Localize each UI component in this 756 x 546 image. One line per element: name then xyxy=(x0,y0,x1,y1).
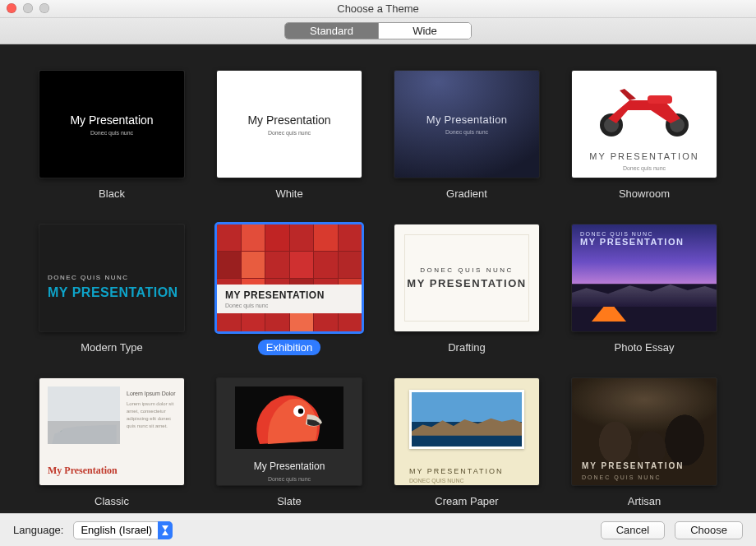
theme-label: Cream Paper xyxy=(426,493,506,509)
thumb-subtitle: DONEC QUIS NUNC xyxy=(420,266,514,274)
thumb-subtitle: Donec quis nunc xyxy=(225,303,353,308)
thumb-title: MY PRESENTATION xyxy=(409,467,504,475)
theme-cream-paper[interactable]: MY PRESENTATION DONEC QUIS NUNC Cream Pa… xyxy=(394,378,539,509)
theme-black[interactable]: My Presentation Donec quis nunc Black xyxy=(39,71,184,201)
svg-point-7 xyxy=(298,409,303,414)
bridge-icon xyxy=(48,386,120,444)
theme-photo-essay[interactable]: DONEC QUIS NUNC MY PRESENTATION Photo Es… xyxy=(572,224,717,355)
tab-standard[interactable]: Standard xyxy=(285,23,378,39)
close-icon[interactable] xyxy=(7,3,16,13)
theme-exhibition[interactable]: MY PRESENTATION Donec quis nunc Exhibiti… xyxy=(217,224,362,355)
theme-thumb: MY PRESENTATION DONEC QUIS NUNC xyxy=(572,378,717,485)
minimize-icon xyxy=(23,3,33,13)
landscape-icon xyxy=(409,390,524,449)
theme-label: Photo Essay xyxy=(606,340,683,355)
theme-artisan[interactable]: MY PRESENTATION DONEC QUIS NUNC Artisan xyxy=(572,378,717,509)
parrot-icon xyxy=(235,386,343,449)
thumb-subtitle: Donec quis nunc xyxy=(90,130,133,136)
theme-thumb: My Presentation Donec quis nunc xyxy=(394,71,539,178)
thumb-subtitle: DONEC QUIS NUNC xyxy=(409,478,464,484)
theme-thumb: My Presentation Donec quis nunc xyxy=(217,71,362,178)
thumb-title: MY PRESENTATION xyxy=(580,237,684,247)
window-title: Choose a Theme xyxy=(0,2,756,15)
theme-label: Classic xyxy=(86,493,137,509)
theme-white[interactable]: My Presentation Donec quis nunc White xyxy=(217,71,362,201)
thumb-subtitle: Donec quis nunc xyxy=(268,130,311,136)
theme-grid-scroll[interactable]: My Presentation Donec quis nunc Black My… xyxy=(0,44,756,513)
theme-thumb: DONEC QUIS NUNC MY PRESENTATION xyxy=(394,224,539,331)
theme-grid: My Presentation Donec quis nunc Black My… xyxy=(28,71,728,509)
thumb-title: My Presentation xyxy=(217,460,362,472)
cancel-button[interactable]: Cancel xyxy=(601,521,665,539)
window-traffic-lights xyxy=(7,3,49,13)
thumb-title: My Presentation xyxy=(70,113,153,127)
thumb-title: MY PRESENTATION xyxy=(407,277,526,289)
thumb-body-text: Lorem Ipsum Dolor Lorem ipsum dolor sit … xyxy=(127,390,176,430)
language-select-wrap: English (Israel) xyxy=(73,521,173,539)
language-select[interactable]: English (Israel) xyxy=(73,521,173,539)
theme-thumb: Lorem Ipsum Dolor Lorem ipsum dolor sit … xyxy=(39,378,184,485)
thumb-title: My Presentation xyxy=(426,113,507,126)
thumb-title: MY PRESENTATION xyxy=(582,461,684,470)
theme-label: Drafting xyxy=(440,340,494,355)
theme-showroom[interactable]: MY PRESENTATION Donec quis nunc Showroom xyxy=(572,71,717,201)
theme-modern-type[interactable]: DONEC QUIS NUNC MY PRESENTATION Modern T… xyxy=(39,224,184,355)
thumb-title: MY PRESENTATION xyxy=(572,151,717,161)
thumb-subtitle: DONEC QUIS NUNC xyxy=(580,231,684,237)
thumb-subtitle: Donec quis nunc xyxy=(445,129,488,135)
theme-label: Exhibition xyxy=(258,340,320,355)
tiles-icon xyxy=(217,224,362,331)
aspect-segmented-control: Standard Wide xyxy=(284,22,472,39)
theme-label: Artisan xyxy=(620,493,669,509)
theme-thumb: MY PRESENTATION DONEC QUIS NUNC xyxy=(394,378,539,485)
thumb-title: MY PRESENTATION xyxy=(48,285,178,300)
thumb-subtitle: Donec quis nunc xyxy=(572,165,717,171)
theme-label: Gradient xyxy=(438,186,496,201)
theme-thumb: My Presentation Donec quis nunc xyxy=(217,378,362,485)
thumb-subtitle: DONEC QUIS NUNC xyxy=(582,474,662,480)
theme-label: Modern Type xyxy=(72,340,151,355)
theme-thumb: MY PRESENTATION Donec quis nunc xyxy=(572,71,717,178)
theme-label: Showroom xyxy=(611,186,678,201)
theme-gradient[interactable]: My Presentation Donec quis nunc Gradient xyxy=(394,71,539,201)
choose-button[interactable]: Choose xyxy=(675,521,743,539)
theme-thumb: My Presentation Donec quis nunc xyxy=(39,71,184,178)
toolbar: Standard Wide xyxy=(0,18,756,44)
theme-thumb: MY PRESENTATION Donec quis nunc xyxy=(217,224,362,331)
theme-label: Black xyxy=(90,186,133,201)
tab-wide[interactable]: Wide xyxy=(378,23,471,39)
theme-label: White xyxy=(267,186,311,201)
theme-thumb: DONEC QUIS NUNC MY PRESENTATION xyxy=(39,224,184,331)
title-bar: Choose a Theme xyxy=(0,0,756,18)
theme-slate[interactable]: My Presentation Donec quis nunc Slate xyxy=(217,378,362,509)
theme-label: Slate xyxy=(269,493,310,509)
motorcycle-icon xyxy=(572,76,717,141)
language-label: Language: xyxy=(13,524,63,536)
theme-thumb: DONEC QUIS NUNC MY PRESENTATION xyxy=(572,224,717,331)
theme-drafting[interactable]: DONEC QUIS NUNC MY PRESENTATION Drafting xyxy=(394,224,539,355)
svg-rect-4 xyxy=(648,95,672,104)
thumb-subtitle: Donec quis nunc xyxy=(217,476,362,482)
tent-icon xyxy=(592,300,626,322)
thumb-title: MY PRESENTATION xyxy=(225,289,353,301)
thumb-subtitle: DONEC QUIS NUNC xyxy=(48,274,129,281)
thumb-title: My Presentation xyxy=(247,113,330,127)
maximize-icon xyxy=(39,3,49,13)
bottom-bar: Language: English (Israel) Cancel Choose xyxy=(0,513,756,546)
thumb-title: My Presentation xyxy=(48,465,118,477)
theme-classic[interactable]: Lorem Ipsum Dolor Lorem ipsum dolor sit … xyxy=(39,378,184,509)
